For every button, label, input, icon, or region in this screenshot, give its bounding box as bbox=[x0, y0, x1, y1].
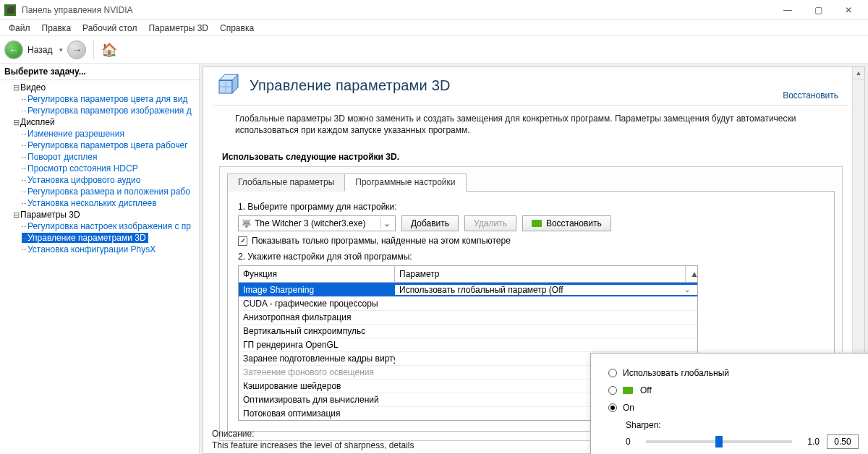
tree-item[interactable]: Поворот дисплея bbox=[3, 151, 199, 163]
nvidia-icon: ⬛ bbox=[4, 4, 16, 16]
tree-group-label: Дисплей bbox=[20, 117, 55, 127]
tree-item-selected[interactable]: Управление параметрами 3D bbox=[3, 232, 199, 244]
table-row[interactable]: Анизотропная фильтрация bbox=[239, 310, 697, 324]
th-function[interactable]: Функция bbox=[239, 266, 395, 282]
radio-off[interactable]: Off bbox=[608, 385, 859, 395]
restore-button-label: Восстановить bbox=[546, 218, 602, 228]
window-controls: — ▢ ✕ bbox=[773, 1, 864, 19]
forward-button[interactable]: → bbox=[67, 40, 86, 59]
tree-item[interactable]: Регулировка параметров цвета рабочег bbox=[3, 140, 199, 151]
tree-item[interactable]: Регулировка размера и положения рабо bbox=[3, 186, 199, 197]
table-header: Функция Параметр ▲ bbox=[239, 266, 697, 283]
menu-edit[interactable]: Правка bbox=[36, 22, 77, 35]
menu-help[interactable]: Справка bbox=[214, 22, 260, 35]
menu-bar: Файл Правка Рабочий стол Параметры 3D Сп… bbox=[0, 20, 868, 36]
collapse-icon[interactable]: ⊟ bbox=[12, 210, 20, 220]
menu-3d[interactable]: Параметры 3D bbox=[142, 22, 214, 35]
step2-label: 2. Укажите настройки для этой программы: bbox=[238, 252, 824, 262]
collapse-icon[interactable]: ⊟ bbox=[12, 83, 20, 93]
add-button[interactable]: Добавить bbox=[401, 215, 459, 231]
step1-label: 1. Выберите программу для настройки: bbox=[238, 202, 824, 212]
menu-file[interactable]: Файл bbox=[3, 22, 36, 35]
remove-button[interactable]: Удалить bbox=[464, 215, 516, 231]
radio-checked-icon[interactable] bbox=[608, 403, 617, 412]
tree-group-3d[interactable]: ⊟ Параметры 3D bbox=[3, 209, 199, 220]
table-row[interactable]: Image Sharpening Использовать глобальный… bbox=[239, 283, 697, 296]
radio-label: Использовать глобальный bbox=[623, 368, 729, 378]
show-only-checkbox-row[interactable]: ✓ Показывать только программы, найденные… bbox=[238, 236, 824, 246]
radio-use-global[interactable]: Использовать глобальный bbox=[608, 368, 859, 378]
nvidia-badge-icon bbox=[623, 387, 633, 394]
close-button[interactable]: ✕ bbox=[833, 1, 864, 19]
tree-item[interactable]: Изменение разрешения bbox=[3, 128, 199, 140]
image-sharpening-popup: Использовать глобальный Off On Sharpen: … bbox=[590, 353, 868, 454]
slider-thumb[interactable] bbox=[715, 436, 723, 447]
table-row[interactable]: CUDA - графические процессоры bbox=[239, 296, 697, 310]
restore-defaults-link[interactable]: Восстановить bbox=[783, 90, 838, 100]
tree-group-display[interactable]: ⊟ Дисплей bbox=[3, 116, 199, 128]
sharpen-label: Sharpen: bbox=[626, 420, 859, 430]
table-row[interactable]: Вертикальный синхроимпульс bbox=[239, 324, 697, 338]
radio-label: On bbox=[623, 403, 634, 413]
back-dropdown-icon[interactable]: ▾ bbox=[59, 46, 63, 53]
scroll-up-icon[interactable]: ▲ bbox=[685, 266, 697, 282]
tab-global[interactable]: Глобальные параметры bbox=[227, 174, 345, 192]
sharpen-max: 1.0 bbox=[799, 437, 820, 447]
radio-label: Off bbox=[640, 385, 652, 395]
tree-item[interactable]: Просмотр состояния HDCP bbox=[3, 163, 199, 174]
param-dropdown[interactable]: Использовать глобальный параметр (Off ⌄ bbox=[395, 285, 697, 295]
page-title: Управление параметрами 3D bbox=[250, 77, 451, 94]
radio-icon[interactable] bbox=[608, 369, 617, 377]
tree-item[interactable]: Установка нескольких дисплеев bbox=[3, 197, 199, 209]
th-parameter[interactable]: Параметр bbox=[395, 266, 685, 282]
tree-group-video[interactable]: ⊟ Видео bbox=[3, 82, 199, 93]
tree-group-label: Видео bbox=[20, 82, 46, 93]
task-sidebar: Выберите задачу... ⊟ Видео Регулировка п… bbox=[0, 64, 200, 454]
chevron-down-icon[interactable]: ⌄ bbox=[380, 218, 392, 228]
tree-item[interactable]: Установка цифрового аудио bbox=[3, 174, 199, 186]
sharpen-slider-block: Sharpen: 0 1.0 0.50 bbox=[626, 420, 859, 449]
toolbar-separator bbox=[93, 40, 94, 59]
title-bar: ⬛ Панель управления NVIDIA — ▢ ✕ bbox=[0, 0, 868, 20]
restore-button[interactable]: Восстановить bbox=[522, 215, 611, 231]
main-pane: ▲ ▼ Управление парам bbox=[200, 64, 868, 454]
menu-desktop[interactable]: Рабочий стол bbox=[77, 22, 142, 35]
tree-item[interactable]: Установка конфигурации PhysX bbox=[3, 244, 199, 255]
page-description: Глобальные параметры 3D можно заменить и… bbox=[213, 106, 848, 143]
tree-item[interactable]: Регулировка параметров изображения д bbox=[3, 105, 199, 116]
page-header: Управление параметрами 3D Восстановить bbox=[213, 67, 848, 106]
settings-group-title: Использовать следующие настройки 3D. bbox=[219, 147, 843, 166]
table-row[interactable]: ГП рендеринга OpenGL bbox=[239, 338, 697, 351]
nvidia-badge-icon bbox=[532, 220, 542, 227]
window-title: Панель управления NVIDIA bbox=[22, 5, 133, 15]
radio-icon[interactable] bbox=[608, 386, 617, 395]
collapse-icon[interactable]: ⊟ bbox=[12, 118, 20, 127]
sharpen-min: 0 bbox=[626, 437, 639, 447]
arrow-right-icon: → bbox=[72, 44, 82, 56]
task-tree: ⊟ Видео Регулировка параметров цвета для… bbox=[0, 80, 199, 255]
program-icon: 🐺 bbox=[242, 218, 252, 228]
arrow-left-icon: ← bbox=[9, 44, 19, 56]
sidebar-header: Выберите задачу... bbox=[0, 64, 199, 80]
tabs: Глобальные параметры Программные настрой… bbox=[227, 173, 835, 192]
show-only-label: Показывать только программы, найденные н… bbox=[252, 236, 511, 246]
tree-item[interactable]: Регулировка параметров цвета для вид bbox=[3, 93, 199, 105]
nav-toolbar: ← Назад ▾ → 🏠 bbox=[0, 36, 868, 64]
chevron-down-icon[interactable]: ⌄ bbox=[681, 286, 693, 294]
tree-item[interactable]: Регулировка настроек изображения с пр bbox=[3, 220, 199, 232]
back-button[interactable]: ← bbox=[4, 40, 23, 59]
home-icon[interactable]: 🏠 bbox=[101, 42, 117, 58]
tab-program[interactable]: Программные настройки bbox=[344, 174, 466, 192]
checkbox-checked-icon[interactable]: ✓ bbox=[238, 236, 247, 246]
minimize-button[interactable]: — bbox=[773, 1, 803, 19]
maximize-button[interactable]: ▢ bbox=[803, 1, 833, 19]
scroll-up-icon[interactable]: ▲ bbox=[853, 67, 864, 80]
program-select[interactable]: 🐺 The Witcher 3 (witcher3.exe) ⌄ bbox=[238, 215, 396, 231]
sharpen-slider[interactable] bbox=[646, 440, 792, 443]
back-label: Назад bbox=[27, 45, 52, 55]
sharpen-value-input[interactable]: 0.50 bbox=[827, 434, 859, 449]
cube-3d-icon bbox=[216, 73, 241, 98]
program-selected-label: The Witcher 3 (witcher3.exe) bbox=[255, 218, 365, 228]
radio-on[interactable]: On bbox=[608, 403, 859, 413]
tree-group-label: Параметры 3D bbox=[20, 210, 80, 220]
